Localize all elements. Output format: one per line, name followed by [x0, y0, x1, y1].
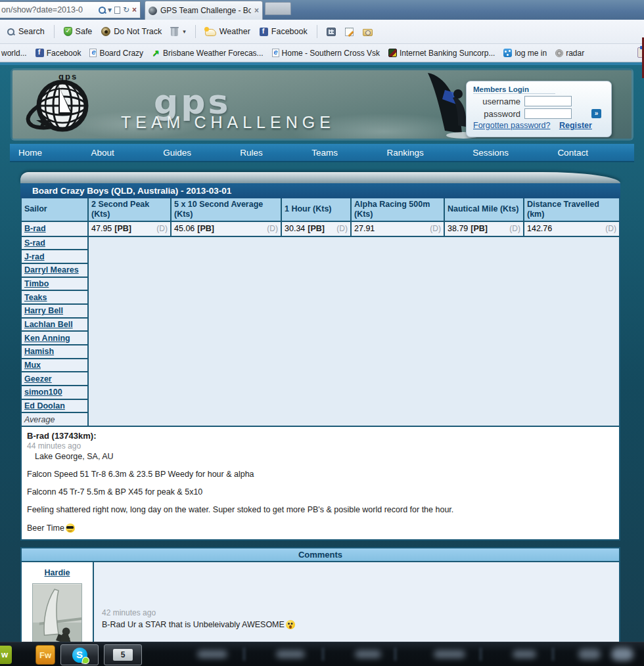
- disc-icon: [555, 49, 563, 57]
- sailor-link-ed-doolan[interactable]: Ed Doolan: [24, 401, 65, 411]
- password-field[interactable]: [524, 108, 572, 119]
- table-row: Teaks: [22, 291, 89, 305]
- sailor-link-s-rad[interactable]: S-rad: [24, 238, 45, 248]
- table-row: simon100: [22, 386, 89, 400]
- nav-item-teams[interactable]: Teams: [311, 148, 338, 158]
- nav-item-guides[interactable]: Guides: [163, 148, 191, 158]
- weather-icon: [205, 29, 216, 36]
- address-url[interactable]: on/show?date=2013-0: [1, 5, 98, 14]
- sailor-link-hamish[interactable]: Hamish: [24, 347, 54, 356]
- sailor-link-teaks[interactable]: Teaks: [24, 293, 47, 302]
- sailor-link-simon100[interactable]: simon100: [24, 388, 62, 397]
- username-field[interactable]: [524, 96, 572, 106]
- tab-favicon: [149, 7, 157, 15]
- facebook-icon: [260, 28, 268, 36]
- sailor-link-ken-anning[interactable]: Ken Anning: [24, 334, 70, 343]
- table-row: Harry Bell: [22, 305, 89, 319]
- stop-icon[interactable]: ×: [132, 5, 137, 14]
- toolbar-button-notepad-icon[interactable]: [345, 28, 354, 36]
- taskbar-app-video[interactable]: 5: [104, 644, 142, 665]
- comment-author-link[interactable]: Hardie: [45, 568, 70, 577]
- comment-time: 42 minutes ago: [102, 608, 619, 617]
- favorite-home-southern-cross-vsk[interactable]: Home - Southern Cross Vsk: [272, 49, 380, 58]
- sailor-link-mux[interactable]: Mux: [24, 361, 41, 370]
- video-app-icon: 5: [113, 649, 133, 661]
- nav-item-rankings[interactable]: Rankings: [386, 148, 423, 158]
- new-tab-button[interactable]: [265, 2, 291, 15]
- chevron-down-icon[interactable]: ▾: [183, 28, 186, 35]
- register-link[interactable]: Register: [559, 121, 592, 130]
- compatibility-view-icon[interactable]: [114, 7, 120, 14]
- table-row: Darryl Meares: [22, 264, 89, 278]
- taskbar-app-skype[interactable]: S: [60, 644, 99, 665]
- results-empty-area: [89, 237, 619, 428]
- globe-logo-icon: [24, 72, 102, 140]
- favorite-board-crazy[interactable]: Board Crazy: [89, 49, 143, 58]
- favorite-label: log me in: [515, 49, 547, 58]
- nav-item-home[interactable]: Home: [18, 148, 42, 158]
- table-row: S-rad: [22, 237, 89, 251]
- refresh-icon[interactable]: ↻: [123, 5, 129, 14]
- green-arrow-icon: [152, 49, 160, 57]
- toolbar-label: Do Not Track: [114, 27, 162, 36]
- column-header: 5 x 10 Second Average (Kts): [172, 198, 282, 222]
- toolbar-button-folder-search-icon[interactable]: [363, 27, 373, 36]
- toolbar-button-do-not-track[interactable]: Do Not Track: [101, 27, 162, 36]
- favorite-label: radar: [566, 49, 584, 58]
- toolbar-button-facebook[interactable]: Facebook: [260, 27, 308, 36]
- sailor-link-j-rad[interactable]: J-rad: [24, 252, 45, 261]
- table-row: J-rad: [22, 250, 89, 264]
- favorites-bar: world...FacebookBoard CrazyBrisbane Weat…: [0, 44, 644, 62]
- favorite-label: Home - Southern Cross Vsk: [282, 49, 380, 58]
- session-time: 44 minutes ago: [27, 441, 614, 451]
- toolbar-button-safe[interactable]: Safe: [64, 27, 93, 36]
- favorite-facebook[interactable]: Facebook: [35, 49, 81, 58]
- toolbar-button-search[interactable]: Search: [7, 27, 45, 36]
- skype-icon: S: [72, 648, 87, 663]
- browser-toolbar: SearchSafeDo Not Track▾WeatherFacebook: [0, 20, 644, 44]
- sailor-link-lachlan-bell[interactable]: Lachlan Bell: [24, 320, 73, 329]
- table-row: Lachlan Bell: [22, 319, 89, 332]
- table-row: Geezer: [22, 372, 89, 386]
- toolbar-button-trash-icon[interactable]: ▾: [171, 27, 186, 36]
- taskbar-app-fireworks[interactable]: Fw: [35, 645, 55, 665]
- browser-tab[interactable]: GPS Team Challenge - Boar... ×: [145, 1, 263, 20]
- taskbar-app-dreamweaver[interactable]: w: [0, 646, 12, 664]
- login-submit-button[interactable]: »: [591, 109, 601, 118]
- site-header-banner: gps gps TEAM CHALLENGE Memb: [11, 68, 633, 141]
- banner-team-challenge-text: TEAM CHALLENGE: [121, 113, 335, 132]
- session-beer-text: Beer Time: [27, 523, 64, 533]
- search-icon[interactable]: [98, 6, 106, 14]
- result-cell: 38.79[PB](D): [445, 222, 524, 237]
- favorite-radar[interactable]: radar: [555, 49, 584, 58]
- sailor-link-timbo[interactable]: Timbo: [24, 279, 49, 288]
- nav-item-sessions[interactable]: Sessions: [472, 148, 509, 158]
- favorite-log-me-in[interactable]: log me in: [503, 49, 547, 58]
- chevron-down-icon[interactable]: ▾: [108, 5, 112, 14]
- gps-logo[interactable]: gps: [24, 72, 103, 141]
- nav-item-rules[interactable]: Rules: [240, 148, 263, 158]
- address-bar[interactable]: on/show?date=2013-0 ▾ ↻ ×: [0, 1, 141, 18]
- column-header: Sailor: [22, 198, 89, 222]
- nav-item-contact[interactable]: Contact: [557, 148, 588, 158]
- result-cell: 142.76(D): [524, 222, 619, 237]
- shocked-emoji-icon: [286, 620, 295, 629]
- favorite-label: Facebook: [47, 49, 81, 58]
- favorite-brisbane-weather-forecas-[interactable]: Brisbane Weather Forecas...: [152, 49, 264, 58]
- tab-close-icon[interactable]: ×: [254, 6, 259, 15]
- sailor-link-geezer[interactable]: Geezer: [24, 374, 52, 384]
- column-header: 2 Second Peak (Kts): [89, 198, 172, 222]
- nav-item-about[interactable]: About: [91, 148, 114, 158]
- favorite-world-[interactable]: world...: [1, 49, 27, 58]
- toolbar-button-weather[interactable]: Weather: [205, 27, 250, 36]
- toolbar-button-calculator-icon[interactable]: [327, 28, 336, 36]
- result-cell: 45.06[PB](D): [172, 222, 282, 237]
- forgotten-password-link[interactable]: Forgotten password?: [473, 121, 550, 130]
- sailor-link-harry-bell[interactable]: Harry Bell: [24, 306, 63, 315]
- comment-text: B-Rad Ur a STAR that is Unbeleivably AWE…: [102, 620, 285, 629]
- favorite-internet-banking-suncorp-[interactable]: Internet Banking Suncorp...: [388, 49, 495, 58]
- sailor-link-darryl-meares[interactable]: Darryl Meares: [24, 265, 79, 275]
- sailor-link-b-rad[interactable]: B-rad: [24, 224, 46, 233]
- tab-title[interactable]: GPS Team Challenge - Boar...: [160, 6, 251, 15]
- content-panel: Board Crazy Boys (QLD, Australia) - 2013…: [20, 172, 620, 657]
